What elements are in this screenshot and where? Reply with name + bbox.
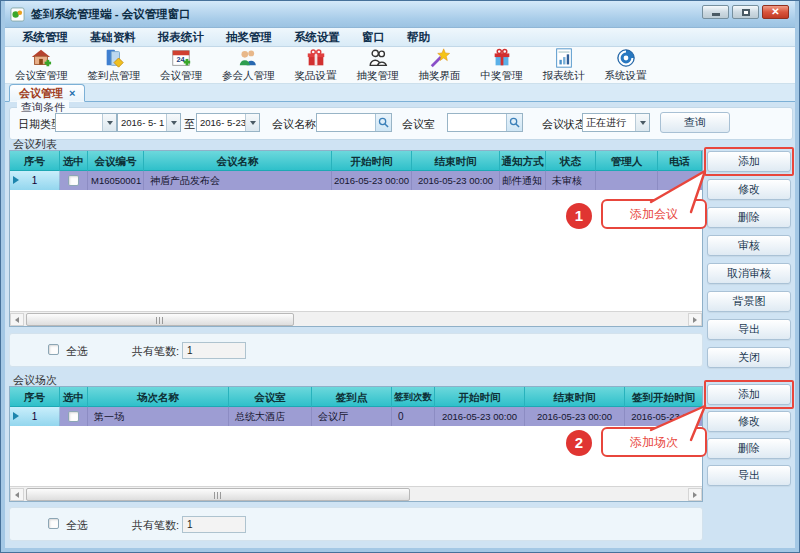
delete-meeting-button[interactable]: 删除 [707, 207, 791, 228]
sessions-header: 序号 选中 场次名称 会议室 签到点 签到次数 开始时间 结束时间 签到开始时间 [10, 387, 702, 407]
column-header[interactable]: 会议室 [229, 387, 312, 407]
toolbar-item-meeting-mgmt[interactable]: 24 会议管理 [150, 46, 212, 84]
report-chart-icon [553, 47, 575, 69]
menu-item-help[interactable]: 帮助 [396, 30, 441, 45]
people-outline-icon [367, 47, 389, 69]
column-header[interactable]: 状态 [546, 151, 596, 171]
chevron-down-icon[interactable] [102, 114, 116, 131]
horizontal-scrollbar[interactable] [10, 486, 702, 501]
column-header[interactable]: 结束时间 [525, 387, 625, 407]
date-type-select[interactable] [55, 113, 117, 132]
column-header[interactable]: 会议编号 [88, 151, 144, 171]
column-header[interactable]: 签到点 [312, 387, 392, 407]
menu-item-reports[interactable]: 报表统计 [147, 30, 215, 45]
select-all-checkbox[interactable] [48, 344, 59, 355]
table-row[interactable]: 1 第一场 总统大酒店 会议厅 0 2016-05-23 00:00 2016-… [10, 407, 702, 426]
cell-phone [658, 171, 702, 190]
horizontal-scrollbar[interactable] [10, 311, 702, 326]
toolbar-item-attendee-mgmt[interactable]: 参会人管理 [212, 46, 285, 84]
cell-start-time: 2016-05-23 00:00 [435, 407, 525, 426]
minimize-button[interactable] [702, 5, 729, 19]
row-checkbox[interactable] [68, 411, 79, 422]
people-icon [237, 47, 259, 69]
cell-checkin-count: 0 [392, 407, 435, 426]
highlight-box-add-meeting [704, 147, 794, 176]
cell-notify-method: 邮件通知 [500, 171, 546, 190]
menu-item-window[interactable]: 窗口 [351, 30, 396, 45]
column-header[interactable]: 通知方式 [500, 151, 546, 171]
toolbar-item-report-stats[interactable]: 报表统计 [533, 46, 595, 84]
toolbar-item-lottery-ui[interactable]: 抽奖界面 [409, 46, 471, 84]
search-button[interactable]: 查询 [660, 112, 730, 133]
toolbar-label: 中奖管理 [481, 69, 523, 83]
background-image-button[interactable]: 背景图 [707, 291, 791, 312]
menu-item-basic-data[interactable]: 基础资料 [79, 30, 147, 45]
toolbar-item-lottery-mgmt[interactable]: 抽奖管理 [347, 46, 409, 84]
table-row[interactable]: 1 M16050001 神盾产品发布会 2016-05-23 00:00 201… [10, 171, 702, 190]
scroll-left-icon[interactable] [10, 488, 24, 501]
toolbar-item-checkin-point[interactable]: 签到点管理 [78, 46, 151, 84]
cell-end-time: 2016-05-23 00:00 [525, 407, 625, 426]
column-header[interactable]: 电话 [658, 151, 702, 171]
export-sessions-button[interactable]: 导出 [707, 465, 791, 486]
app-icon [10, 7, 25, 22]
column-header[interactable]: 签到开始时间 [625, 387, 702, 407]
cell-end-time: 2016-05-23 00:00 [412, 171, 500, 190]
scroll-right-icon[interactable] [688, 313, 702, 326]
column-header[interactable]: 管理人 [596, 151, 658, 171]
menu-item-settings[interactable]: 系统设置 [283, 30, 351, 45]
edit-session-button[interactable]: 修改 [707, 411, 791, 432]
toolbar-item-prize-setup[interactable]: 奖品设置 [285, 46, 347, 84]
column-header[interactable]: 选中 [60, 387, 88, 407]
delete-session-button[interactable]: 删除 [707, 438, 791, 459]
scroll-right-icon[interactable] [688, 488, 702, 501]
minimize-icon [712, 13, 720, 16]
search-icon[interactable] [506, 114, 522, 131]
review-button[interactable]: 审核 [707, 235, 791, 256]
toolbar-item-system-settings[interactable]: 系统设置 [595, 46, 657, 84]
chevron-down-icon[interactable] [635, 114, 649, 131]
cancel-review-button[interactable]: 取消审核 [707, 263, 791, 284]
column-header[interactable]: 签到次数 [392, 387, 435, 407]
toolbar-label: 签到点管理 [88, 69, 141, 83]
select-all-checkbox[interactable] [48, 518, 59, 529]
meeting-name-input[interactable] [316, 113, 392, 132]
column-header[interactable]: 选中 [60, 151, 88, 171]
column-header[interactable]: 开始时间 [332, 151, 412, 171]
cell-meeting-code: M16050001 [88, 171, 144, 190]
row-checkbox[interactable] [68, 175, 79, 186]
menu-item-system[interactable]: 系统管理 [11, 30, 79, 45]
column-header[interactable]: 序号 [10, 151, 60, 171]
scroll-left-icon[interactable] [10, 313, 24, 326]
maximize-icon [742, 9, 750, 16]
scrollbar-thumb[interactable] [26, 488, 410, 501]
close-icon: ✕ [771, 7, 779, 17]
status-select[interactable]: 正在进行 [582, 113, 650, 132]
column-header[interactable]: 开始时间 [435, 387, 525, 407]
toolbar-item-winner-mgmt[interactable]: 中奖管理 [471, 46, 533, 84]
chevron-down-icon[interactable] [245, 114, 259, 131]
edit-meeting-button[interactable]: 修改 [707, 179, 791, 200]
meeting-list-footer: 全选 共有笔数: 1 [9, 333, 703, 367]
meeting-room-input[interactable] [447, 113, 523, 132]
chevron-down-icon[interactable] [166, 114, 180, 131]
toolbar-item-meeting-room[interactable]: 会议室管理 [5, 46, 78, 84]
column-header[interactable]: 场次名称 [88, 387, 229, 407]
column-header[interactable]: 结束时间 [412, 151, 500, 171]
export-meetings-button[interactable]: 导出 [707, 319, 791, 340]
close-panel-button[interactable]: 关闭 [707, 347, 791, 368]
scrollbar-thumb[interactable] [26, 313, 294, 326]
date-to-picker[interactable]: 2016- 5-23 [196, 113, 260, 132]
search-icon[interactable] [375, 114, 391, 131]
tab-close-icon[interactable]: × [69, 87, 75, 99]
sessions-grid: 序号 选中 场次名称 会议室 签到点 签到次数 开始时间 结束时间 签到开始时间… [9, 386, 703, 502]
row-indicator-icon [13, 176, 19, 184]
window-title: 签到系统管理端 - 会议管理窗口 [31, 7, 191, 22]
column-header[interactable]: 会议名称 [144, 151, 332, 171]
date-from-picker[interactable]: 2016- 5- 1 [117, 113, 181, 132]
column-header[interactable]: 序号 [10, 387, 60, 407]
close-button[interactable]: ✕ [762, 5, 789, 19]
cell-checkin-start-time: 2016-05-23 00: [625, 407, 702, 426]
maximize-button[interactable] [732, 5, 759, 19]
menu-item-lottery[interactable]: 抽奖管理 [215, 30, 283, 45]
